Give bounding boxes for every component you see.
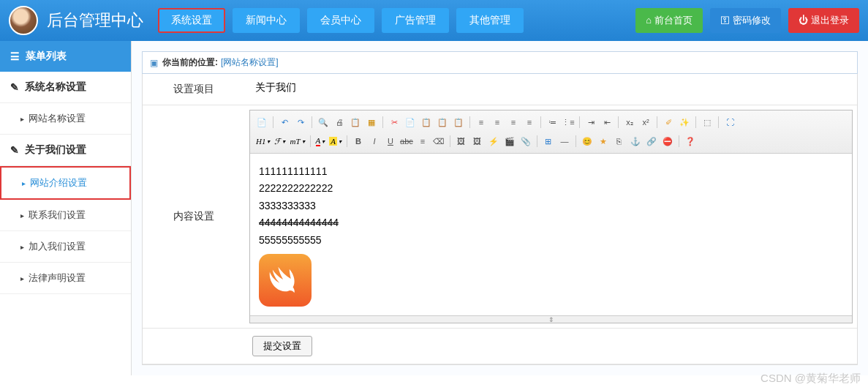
about-icon[interactable]: ❓ xyxy=(683,134,698,149)
align-right-icon[interactable]: ≡ xyxy=(506,115,521,130)
password-label: 密码修改 xyxy=(733,15,771,26)
sidebar-item-label: 加入我们设置 xyxy=(29,240,86,253)
triangle-icon: ▸ xyxy=(20,115,24,123)
editor-line: 2222222222222 xyxy=(259,180,843,196)
site-title: 后台管理中心 xyxy=(47,10,143,31)
outdent-icon[interactable]: ⇤ xyxy=(600,115,614,130)
unlink-icon[interactable]: ⛔ xyxy=(660,134,675,149)
triangle-icon: ▸ xyxy=(20,274,24,282)
table-icon[interactable]: ⊞ xyxy=(541,134,556,149)
logout-button[interactable]: ⏻退出登录 xyxy=(788,8,859,33)
submit-button[interactable]: 提交设置 xyxy=(252,336,312,356)
nav-advert-manage[interactable]: 广告管理 xyxy=(382,8,449,33)
sidebar-item-site-intro[interactable]: ▸ 网站介绍设置 xyxy=(0,166,131,200)
file-icon[interactable]: 📎 xyxy=(518,134,533,149)
sidebar-item-join-us[interactable]: ▸ 加入我们设置 xyxy=(0,231,131,263)
main-nav: 系统设置 新闻中心 会员中心 广告管理 其他管理 xyxy=(158,8,524,33)
code-icon[interactable]: ▦ xyxy=(364,115,379,130)
multi-image-icon[interactable]: 🖼 xyxy=(470,134,485,149)
sidebar-group-label: 系统名称设置 xyxy=(25,80,86,94)
select-all-icon[interactable]: ⬚ xyxy=(700,115,714,130)
sidebar-item-label: 联系我们设置 xyxy=(29,209,86,222)
hr-icon[interactable]: — xyxy=(557,134,572,149)
edit-icon: ✎ xyxy=(10,81,19,93)
anchor-icon[interactable]: ⚓ xyxy=(628,134,643,149)
quickformat-icon[interactable]: ✨ xyxy=(677,115,692,130)
form-row-content: 内容设置 📄 ↶ ↷ 🔍 🖨 📋 xyxy=(143,105,857,329)
form-panel: 设置项目 关于我们 内容设置 📄 ↶ ↷ � xyxy=(142,74,858,365)
indent-icon[interactable]: ⇥ xyxy=(584,115,598,130)
underline-icon[interactable]: U xyxy=(383,134,398,149)
align-justify-icon[interactable]: ≡ xyxy=(522,115,537,130)
media-icon[interactable]: 🎬 xyxy=(502,134,517,149)
template-icon[interactable]: 📋 xyxy=(348,115,363,130)
bold-icon[interactable]: B xyxy=(351,134,366,149)
fullscreen-icon[interactable]: ⛶ xyxy=(722,115,737,130)
align-left-icon[interactable]: ≡ xyxy=(474,115,488,130)
sidebar-group-about-us[interactable]: ✎ 关于我们设置 xyxy=(0,135,131,166)
sidebar-group-system-name[interactable]: ✎ 系统名称设置 xyxy=(0,72,131,103)
paste-icon[interactable]: 📋 xyxy=(419,115,434,130)
line-height-icon[interactable]: ≡ xyxy=(415,134,430,149)
text-color-select[interactable]: A▾ xyxy=(314,136,327,146)
breadcrumb: ▣ 你当前的位置: [网站名称设置] xyxy=(142,51,858,74)
clear-format-icon[interactable]: ✐ xyxy=(661,115,676,130)
source-icon[interactable]: 📄 xyxy=(254,115,269,130)
flash-icon[interactable]: ⚡ xyxy=(486,134,501,149)
heading-select[interactable]: H1▾ xyxy=(254,137,271,146)
editor-line: 111111111111 xyxy=(259,163,843,179)
pagebreak-icon[interactable]: ⎘ xyxy=(612,134,627,149)
frontend-home-button[interactable]: ⌂前台首页 xyxy=(635,8,703,33)
bg-color-select[interactable]: A▾ xyxy=(328,137,343,146)
home-icon: ⌂ xyxy=(646,15,652,26)
project-label: 设置项目 xyxy=(143,74,245,105)
unordered-list-icon[interactable]: ⋮≡ xyxy=(561,115,575,130)
logout-label: 退出登录 xyxy=(811,15,849,26)
cut-icon[interactable]: ✂ xyxy=(387,115,401,130)
italic-icon[interactable]: I xyxy=(367,134,382,149)
nav-system-settings[interactable]: 系统设置 xyxy=(158,8,225,33)
undo-icon[interactable]: ↶ xyxy=(277,115,292,130)
avatar xyxy=(9,6,38,35)
sidebar-item-site-name[interactable]: ▸ 网站名称设置 xyxy=(0,103,131,135)
change-password-button[interactable]: ⚿密码修改 xyxy=(710,8,781,33)
content-label: 内容设置 xyxy=(143,105,245,328)
emoji-icon[interactable]: 😊 xyxy=(580,134,595,149)
sidebar-item-contact-us[interactable]: ▸ 联系我们设置 xyxy=(0,200,131,231)
edit-icon: ✎ xyxy=(10,144,19,156)
key-icon: ⚿ xyxy=(720,15,730,26)
editor-resize-handle[interactable]: ⇕ xyxy=(250,315,852,323)
preview-icon[interactable]: 🔍 xyxy=(316,115,331,130)
paste-word-icon[interactable]: 📋 xyxy=(451,115,466,130)
editor-content-area[interactable]: 111111111111 2222222222222 3333333333 44… xyxy=(250,154,852,315)
print-icon[interactable]: 🖨 xyxy=(332,115,347,130)
paste-text-icon[interactable]: 📋 xyxy=(435,115,450,130)
copy-icon[interactable]: 📄 xyxy=(403,115,418,130)
ordered-list-icon[interactable]: ≔ xyxy=(545,115,559,130)
font-size-select[interactable]: тT▾ xyxy=(288,137,306,146)
align-center-icon[interactable]: ≡ xyxy=(490,115,505,130)
nav-other-manage[interactable]: 其他管理 xyxy=(456,8,524,33)
swift-logo-image xyxy=(259,254,312,307)
list-icon: ☰ xyxy=(10,50,20,62)
breadcrumb-location: [网站名称设置] xyxy=(221,56,279,69)
editor-line-strike: 44444444444444 xyxy=(259,214,843,230)
strike-icon[interactable]: abc xyxy=(399,134,414,149)
nav-news-center[interactable]: 新闻中心 xyxy=(233,8,300,33)
triangle-icon: ▸ xyxy=(20,211,24,220)
subscript-icon[interactable]: x₂ xyxy=(622,115,637,130)
form-row-project: 设置项目 关于我们 xyxy=(143,74,857,105)
link-icon[interactable]: 🔗 xyxy=(644,134,659,149)
sidebar-group-label: 关于我们设置 xyxy=(25,143,86,157)
sidebar-item-legal[interactable]: ▸ 法律声明设置 xyxy=(0,263,131,294)
sidebar-item-label: 网站介绍设置 xyxy=(30,176,87,190)
font-family-select[interactable]: ℱ▾ xyxy=(273,137,287,146)
remove-format-icon[interactable]: ⌫ xyxy=(431,134,446,149)
special-char-icon[interactable]: ★ xyxy=(596,134,611,149)
triangle-icon: ▸ xyxy=(22,179,26,187)
superscript-icon[interactable]: x² xyxy=(638,115,653,130)
redo-icon[interactable]: ↷ xyxy=(293,115,308,130)
sidebar-item-label: 网站名称设置 xyxy=(29,112,86,125)
image-icon[interactable]: 🖼 xyxy=(454,134,469,149)
nav-member-center[interactable]: 会员中心 xyxy=(307,8,374,33)
